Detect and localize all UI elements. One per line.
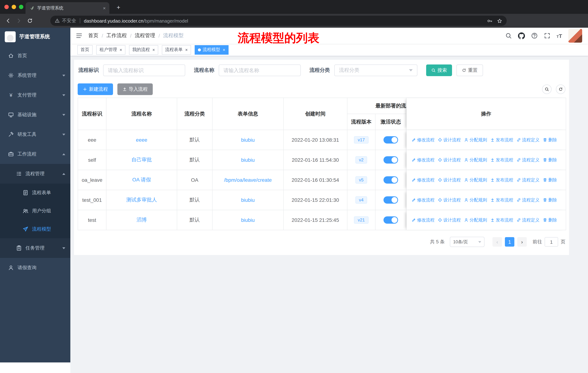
action-process-definition[interactable]: 流程定义 [516,197,539,203]
window-minimize-button[interactable] [12,5,16,9]
action-delete[interactable]: 删除 [543,197,557,203]
action-publish-process[interactable]: 发布流程 [490,157,513,163]
sidebar-item-leave-query[interactable]: 请假查询 [0,258,70,278]
toggle-search-button[interactable] [542,84,552,94]
sidebar-item-home[interactable]: 首页 [0,46,70,66]
goto-page-input[interactable] [545,237,558,247]
bookmark-star-icon[interactable] [497,18,502,23]
breadcrumb-home[interactable]: 首页 [88,32,98,39]
prev-page-button[interactable]: ‹ [493,237,502,247]
sidebar-item-system[interactable]: 系统管理 [0,66,70,85]
action-assign-rule[interactable]: 分配规则 [464,157,487,163]
action-design-process[interactable]: 设计流程 [438,177,461,183]
reset-button[interactable]: 重置 [456,64,483,76]
new-tab-button[interactable]: + [114,3,123,12]
action-publish-process[interactable]: 发布流程 [490,197,513,203]
window-close-button[interactable] [4,5,9,9]
sidebar-item-task-management[interactable]: 任务管理 [0,238,70,258]
action-edit-process[interactable]: 修改流程 [411,177,435,183]
action-design-process[interactable]: 设计流程 [438,157,461,163]
breadcrumb-process-management[interactable]: 流程管理 [135,32,155,39]
close-icon[interactable]: × [185,47,188,52]
close-icon[interactable]: × [152,47,155,52]
action-process-definition[interactable]: 流程定义 [516,177,539,183]
action-process-definition[interactable]: 流程定义 [516,217,539,223]
page-1-button[interactable]: 1 [505,237,514,247]
import-process-button[interactable]: 导入流程 [117,83,153,95]
action-edit-process[interactable]: 修改流程 [411,217,435,223]
action-delete[interactable]: 删除 [543,177,557,183]
process-name-link[interactable]: eeee [136,137,147,143]
active-toggle[interactable] [383,176,398,184]
action-edit-process[interactable]: 修改流程 [411,197,435,203]
sidebar-item-process-form[interactable]: 流程表单 [0,184,70,202]
tag-home[interactable]: 首页 [77,45,93,54]
action-assign-rule[interactable]: 分配规则 [464,177,487,183]
form-info-link[interactable]: biubiu [241,157,255,163]
reload-icon[interactable] [27,18,33,24]
action-publish-process[interactable]: 发布流程 [490,137,513,143]
sidebar-item-workflow[interactable]: 工作流程 [0,144,70,164]
active-toggle[interactable] [383,136,398,143]
font-size-icon[interactable]: TT [556,33,562,39]
active-toggle[interactable] [383,216,398,224]
process-name-link[interactable]: 自己审批 [131,157,152,162]
active-toggle[interactable] [383,156,398,163]
browser-tab[interactable]: 芋道管理系统 × [26,2,109,14]
sidebar-item-process-management[interactable]: 流程管理 [0,164,70,184]
form-info-link[interactable]: /bpm/oa/leave/create [224,177,272,183]
close-icon[interactable]: × [120,47,122,52]
process-id-input[interactable] [103,64,185,76]
search-icon[interactable] [505,32,512,39]
tab-close-icon[interactable]: × [103,5,106,11]
process-category-select[interactable]: 流程分类 [334,64,417,76]
close-icon[interactable]: × [223,47,225,52]
action-process-definition[interactable]: 流程定义 [516,157,539,163]
action-edit-process[interactable]: 修改流程 [411,157,435,163]
form-info-link[interactable]: biubiu [241,217,255,223]
create-process-button[interactable]: 新建流程 [78,83,113,95]
action-process-definition[interactable]: 流程定义 [516,137,539,143]
process-name-link[interactable]: 滔博 [136,217,147,222]
action-publish-process[interactable]: 发布流程 [490,177,513,183]
sidebar-item-process-model[interactable]: 流程模型 [0,220,70,238]
action-design-process[interactable]: 设计流程 [438,197,461,203]
sidebar-item-user-group[interactable]: 用户分组 [0,202,70,220]
user-avatar[interactable] [568,29,582,43]
fullscreen-icon[interactable] [544,32,550,39]
action-assign-rule[interactable]: 分配规则 [464,217,487,223]
sidebar-collapse-icon[interactable] [76,32,82,39]
password-key-icon[interactable] [487,18,493,23]
action-design-process[interactable]: 设计流程 [438,217,461,223]
window-zoom-button[interactable] [19,5,23,9]
github-icon[interactable] [518,32,525,39]
back-icon[interactable] [5,18,11,24]
tag-my-process[interactable]: 我的流程 × [129,45,158,54]
tag-process-model[interactable]: 流程模型 × [195,45,229,54]
sidebar-item-payment[interactable]: ¥ 支付管理 [0,85,70,105]
process-name-link[interactable]: 测试多审批人 [126,197,157,202]
help-icon[interactable] [531,32,537,39]
tag-tenant[interactable]: 租户管理 × [96,45,126,54]
action-publish-process[interactable]: 发布流程 [490,217,513,223]
tag-process-form[interactable]: 流程表单 × [162,45,191,54]
refresh-table-button[interactable] [556,84,565,94]
action-delete[interactable]: 删除 [543,137,557,143]
breadcrumb-workflow[interactable]: 工作流程 [106,32,127,39]
not-secure-label[interactable]: 不安全 [62,18,76,24]
forward-icon[interactable] [16,18,22,24]
active-toggle[interactable] [383,196,398,204]
form-info-link[interactable]: biubiu [241,197,255,203]
search-button[interactable]: 搜索 [426,64,452,76]
next-page-button[interactable]: › [517,237,527,247]
process-name-link[interactable]: OA 请假 [132,177,151,182]
form-info-link[interactable]: biubiu [241,137,255,143]
process-name-input[interactable] [219,64,301,76]
sidebar-item-infrastructure[interactable]: 基础设施 [0,105,70,125]
action-design-process[interactable]: 设计流程 [438,137,461,143]
sidebar-item-devtools[interactable]: 研发工具 [0,125,70,144]
action-delete[interactable]: 删除 [543,217,557,223]
action-assign-rule[interactable]: 分配规则 [464,137,487,143]
action-delete[interactable]: 删除 [543,157,557,163]
address-bar[interactable]: 不安全 dashboard.yudao.iocoder.cn/bpm/manag… [50,16,507,26]
